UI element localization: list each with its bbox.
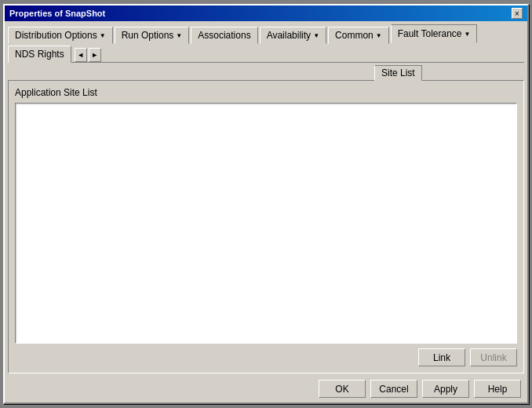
- section-label: Application Site List: [15, 87, 517, 98]
- tab-label: Availability: [267, 30, 311, 41]
- tab-distribution-options[interactable]: Distribution Options ▼: [8, 27, 113, 44]
- tab-site-list[interactable]: Site List: [374, 65, 422, 81]
- ok-button[interactable]: OK: [319, 380, 366, 398]
- tab-availability[interactable]: Availability ▼: [260, 27, 326, 44]
- unlink-button[interactable]: Unlink: [470, 348, 517, 366]
- close-button[interactable]: ×: [512, 8, 523, 19]
- apply-button[interactable]: Apply: [422, 380, 469, 398]
- tab-label: Run Options: [122, 30, 174, 41]
- tab-row-2: Site List: [8, 62, 524, 80]
- tab-nds-rights[interactable]: NDS Rights: [8, 46, 71, 63]
- tab-fault-tolerance[interactable]: Fault Tolerance ▼: [391, 24, 478, 43]
- chevron-down-icon: ▼: [376, 32, 382, 39]
- content-area: Application Site List Link Unlink: [8, 80, 524, 373]
- tab-label: Site List: [381, 67, 415, 78]
- link-button-row: Link Unlink: [15, 348, 517, 366]
- tab-associations[interactable]: Associations: [191, 27, 257, 44]
- tab-nav-left-button[interactable]: ◄: [75, 48, 87, 62]
- tab-nav-right-button[interactable]: ►: [89, 48, 101, 62]
- chevron-down-icon: ▼: [100, 32, 106, 39]
- tab-common[interactable]: Common ▼: [328, 27, 389, 44]
- help-button[interactable]: Help: [474, 380, 521, 398]
- dialog-window: Properties of SnapShot × Distribution Op…: [3, 4, 529, 404]
- tab-label: Distribution Options: [15, 30, 97, 41]
- tab-label: NDS Rights: [15, 49, 64, 60]
- tab-label: Associations: [198, 30, 250, 41]
- chevron-down-icon: ▼: [313, 32, 319, 39]
- bottom-button-bar: OK Cancel Apply Help: [5, 377, 527, 403]
- tab-label: Common: [335, 30, 373, 41]
- tab-navigation: ◄ ►: [75, 48, 101, 62]
- cancel-button[interactable]: Cancel: [370, 380, 417, 398]
- chevron-down-icon: ▼: [464, 31, 470, 38]
- tab-label: Fault Tolerance: [398, 28, 462, 39]
- tab-run-options[interactable]: Run Options ▼: [115, 27, 190, 44]
- link-button[interactable]: Link: [418, 348, 465, 366]
- chevron-down-icon: ▼: [176, 32, 182, 39]
- tab-row-1: Distribution Options ▼ Run Options ▼ Ass…: [5, 21, 527, 62]
- title-bar: Properties of SnapShot ×: [5, 5, 527, 21]
- dialog-title: Properties of SnapShot: [9, 9, 105, 18]
- application-site-list[interactable]: [15, 103, 517, 344]
